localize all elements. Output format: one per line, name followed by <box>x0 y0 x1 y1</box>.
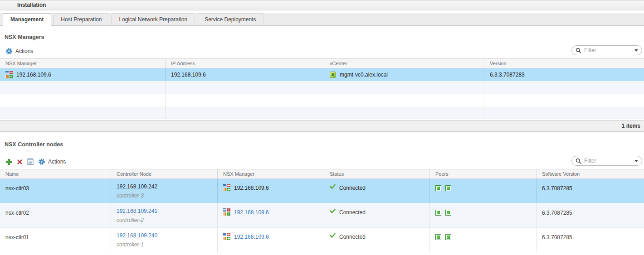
column-header-status[interactable]: Status <box>324 169 430 178</box>
controller-node-ip[interactable]: 192.168.109.242 <box>117 182 217 191</box>
controller-version-cell: 6.3.7087285 <box>537 203 644 227</box>
manager-version-cell: 6.3.3.7087283 <box>484 68 644 81</box>
green-square-icon <box>435 210 441 216</box>
controller-row[interactable]: nsx-ctlr02 192.168.109.241 controller-2 … <box>0 203 644 228</box>
column-header-ip-address[interactable]: IP Address <box>166 59 324 68</box>
column-header-controller-node[interactable]: Controller Node <box>111 169 218 178</box>
controller-name-cell: nsx-ctlr03 <box>0 179 111 203</box>
manager-name-cell: 192.168.109.6 <box>0 68 166 81</box>
status-text: Connected <box>339 208 366 216</box>
controller-row[interactable]: nsx-ctlr01 192.168.109.240 controller-1 … <box>0 228 644 252</box>
check-icon <box>330 208 336 214</box>
software-version: 6.3.7087285 <box>542 210 572 216</box>
nsx-managers-toolbar: Actions <box>0 45 644 57</box>
search-icon <box>576 48 581 53</box>
gear-icon <box>5 48 13 55</box>
column-header-version[interactable]: Version <box>484 59 644 68</box>
column-header-nsx-manager[interactable]: NSX Manager <box>218 169 324 178</box>
delete-controller-button[interactable] <box>17 159 23 165</box>
empty-row <box>0 94 644 106</box>
manager-ip-cell: 192.168.109.6 <box>166 68 324 81</box>
controller-name-cell: nsx-ctlr02 <box>0 203 111 227</box>
managers-table-header: NSX Manager IP Address vCenter Version <box>0 58 644 68</box>
software-version: 6.3.7087285 <box>542 185 572 192</box>
green-square-icon <box>435 234 441 240</box>
empty-row <box>0 81 644 94</box>
controller-version-cell: 6.3.7087285 <box>537 179 644 203</box>
controller-node-cell: 192.168.109.241 controller-2 <box>111 203 218 227</box>
controller-node-cell: 192.168.109.240 controller-1 <box>111 228 218 252</box>
tab-logical-network-preparation[interactable]: Logical Network Preparation <box>111 13 195 25</box>
controller-status-cell: Connected <box>324 203 430 227</box>
tab-management[interactable]: Management <box>3 13 51 26</box>
controller-manager-ip[interactable]: 192.168.109.6 <box>234 233 269 241</box>
actions-label: Actions <box>48 159 66 165</box>
controller-status-cell: Connected <box>324 228 430 252</box>
controllers-actions-button[interactable]: Actions <box>38 158 66 165</box>
green-square-icon <box>445 234 451 240</box>
tab-host-preparation[interactable]: Host Preparation <box>53 13 109 25</box>
items-count: 1 items <box>622 123 640 129</box>
nsx-controllers-table: Name Controller Node NSX Manager Status … <box>0 169 644 252</box>
window-title-bar: Installation <box>0 0 644 10</box>
column-header-name[interactable]: Name <box>0 169 111 178</box>
status-text: Connected <box>339 233 366 241</box>
status-text: Connected <box>339 184 366 192</box>
nsx-managers-section-title: NSX Managers <box>5 34 44 40</box>
tab-bar: Management Host Preparation Logical Netw… <box>0 13 644 26</box>
nsx-manager-icon <box>223 233 230 240</box>
column-header-nsx-manager[interactable]: NSX Manager <box>0 59 166 68</box>
controller-node-id: controller-1 <box>117 240 217 249</box>
chevron-down-icon[interactable] <box>634 160 638 162</box>
controller-node-ip[interactable]: 192.168.109.240 <box>117 231 217 240</box>
controller-manager-ip[interactable]: 192.168.109.6 <box>234 208 269 216</box>
check-icon <box>330 184 336 189</box>
controller-name: nsx-ctlr01 <box>5 234 29 241</box>
controllers-filter-input[interactable] <box>584 158 632 164</box>
controller-node-ip[interactable]: 192.168.109.241 <box>117 207 217 216</box>
column-header-peers[interactable]: Peers <box>430 169 537 178</box>
notes-button[interactable] <box>27 158 34 165</box>
column-header-software-version[interactable]: Software Version <box>537 169 644 178</box>
gear-icon <box>38 158 45 165</box>
chevron-down-icon[interactable] <box>634 49 638 52</box>
controller-node-id: controller-3 <box>117 191 217 200</box>
managers-table-footer: 1 items <box>0 120 644 132</box>
tab-service-deployments[interactable]: Service Deployments <box>197 13 263 25</box>
nsx-manager-icon <box>223 208 230 216</box>
nsx-controllers-toolbar: Actions <box>0 156 644 168</box>
controller-name: nsx-ctlr03 <box>5 185 29 192</box>
empty-row <box>0 106 644 119</box>
controller-status-cell: Connected <box>324 179 430 203</box>
vcenter-name: mgmt-vc0.alex.local <box>340 72 388 78</box>
search-icon <box>576 158 581 164</box>
add-controller-button[interactable] <box>5 159 12 165</box>
controller-node-id: controller-2 <box>117 216 217 225</box>
manager-version: 6.3.3.7087283 <box>490 72 525 78</box>
controller-row[interactable]: nsx-ctlr03 192.168.109.242 controller-3 … <box>0 179 644 203</box>
nsx-manager-icon <box>5 71 13 78</box>
managers-filter <box>571 45 642 55</box>
managers-actions-button[interactable]: Actions <box>5 48 33 55</box>
green-square-icon <box>445 210 451 216</box>
controller-peers-cell <box>430 203 537 227</box>
nsx-managers-table: NSX Manager IP Address vCenter Version 1… <box>0 58 644 132</box>
manager-vcenter-cell: mgmt-vc0.alex.local <box>324 68 484 81</box>
green-square-icon <box>435 185 441 191</box>
managers-filter-input[interactable] <box>584 47 632 53</box>
controllers-table-header: Name Controller Node NSX Manager Status … <box>0 169 644 179</box>
check-icon <box>330 233 336 238</box>
controller-name-cell: nsx-ctlr01 <box>0 228 111 252</box>
column-header-vcenter[interactable]: vCenter <box>324 59 484 68</box>
nsx-manager-icon <box>223 184 230 191</box>
page-title: Installation <box>17 2 46 8</box>
manager-row[interactable]: 192.168.109.6 192.168.109.6 mgmt-vc0.ale… <box>0 68 644 81</box>
controller-name: nsx-ctlr02 <box>5 210 29 216</box>
controller-peers-cell <box>430 228 537 252</box>
controller-manager-cell: 192.168.109.6 <box>218 179 324 203</box>
controller-manager-ip[interactable]: 192.168.109.6 <box>234 184 269 192</box>
controller-peers-cell <box>430 179 537 203</box>
controller-manager-cell: 192.168.109.6 <box>218 228 324 252</box>
controller-version-cell: 6.3.7087285 <box>537 228 644 252</box>
controller-node-cell: 192.168.109.242 controller-3 <box>111 179 218 203</box>
